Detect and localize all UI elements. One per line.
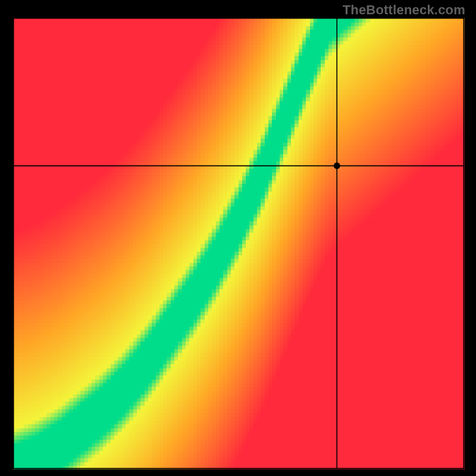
chart-container: TheBottleneck.com: [0, 0, 476, 476]
bottleneck-heatmap: [0, 0, 476, 476]
watermark-text: TheBottleneck.com: [343, 2, 465, 18]
